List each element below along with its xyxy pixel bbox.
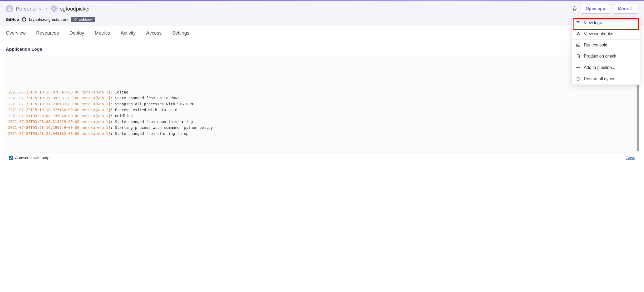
log-timestamp: 2021-07-24T03:28:16.199949+00:00 [8, 125, 79, 130]
app-name: sgfoodpicker [60, 6, 90, 12]
open-app-button[interactable]: Open app [581, 4, 610, 13]
app-header: Personal › zᶻᶻ sgfoodpicker Open app Mor… [0, 1, 644, 26]
menu-label: View logs [584, 20, 602, 25]
log-source: heroku[web.1] [82, 120, 111, 124]
menu-run-console[interactable]: Run console [572, 40, 640, 51]
logs-scrollbar-thumb[interactable] [637, 78, 639, 151]
tab-overview[interactable]: Overview [6, 26, 26, 40]
github-repo-link[interactable]: bryanhce/sgrestaurant [29, 17, 68, 22]
app-hex-icon: zᶻᶻ [50, 4, 58, 13]
page-heading: Application Logs [0, 40, 644, 55]
github-row: GitHub bryanhce/sgrestaurant webhook [6, 17, 638, 22]
log-timestamp: 2021-07-23T15:19:15.876547+00:00 [8, 90, 79, 94]
menu-view-logs[interactable]: View logs [572, 17, 640, 28]
menu-view-webhooks[interactable]: View webhooks [572, 28, 640, 39]
svg-rect-4 [576, 44, 580, 47]
log-message: : Unidling [111, 114, 133, 118]
log-line: 2021-07-23T15:19:15.892081+00:00 heroku[… [8, 95, 636, 101]
menu-restart-dynos[interactable]: Restart all dynos [572, 73, 640, 84]
log-timestamp: 2021-07-24T03:28:24.949382+00:00 [8, 131, 79, 136]
refresh-icon [74, 18, 77, 21]
menu-label: Run console [584, 43, 607, 48]
updown-caret-icon [38, 6, 42, 12]
pipeline-icon [576, 65, 581, 70]
github-label: GitHub [6, 17, 19, 22]
log-message: : Stopping all processes with SIGTERM [111, 102, 193, 106]
logs-footer: Autoscroll with output Save [5, 153, 639, 163]
clipboard-icon [576, 54, 581, 59]
log-message: : Process exited with status 0 [111, 108, 177, 112]
log-line: 2021-07-24T03:28:08.311219+00:00 heroku[… [8, 119, 636, 125]
github-icon [22, 17, 26, 22]
logs-output[interactable]: 2021-07-23T15:19:15.876547+00:00 heroku[… [5, 55, 639, 153]
log-timestamp: 2021-07-24T03:28:08.311219+00:00 [8, 120, 79, 124]
menu-label: Add to pipeline... [584, 65, 615, 70]
team-name: Personal [16, 6, 37, 12]
menu-production-check[interactable]: Production check [572, 51, 640, 62]
logs-container: 2021-07-23T15:19:15.876547+00:00 heroku[… [5, 55, 639, 163]
tab-deploy[interactable]: Deploy [69, 26, 84, 40]
autoscroll-toggle[interactable]: Autoscroll with output [9, 156, 53, 160]
tab-access[interactable]: Access [146, 26, 162, 40]
log-timestamp: 2021-07-23T15:19:15.892081+00:00 [8, 96, 79, 100]
log-message: : State changed from down to starting [111, 120, 193, 124]
log-timestamp: 2021-07-24T03:28:08.195840+00:00 [8, 114, 79, 118]
team-avatar[interactable] [6, 5, 13, 12]
svg-rect-7 [576, 67, 578, 68]
autoscroll-label: Autoscroll with output [15, 156, 53, 160]
updown-caret-icon [629, 7, 633, 11]
menu-label: Restart all dynos [584, 77, 615, 81]
app-tabs: Overview Resources Deploy Metrics Activi… [0, 26, 644, 40]
log-line: 2021-07-23T15:19:17.236132+00:00 heroku[… [8, 101, 636, 107]
logs-panel: 2021-07-23T15:19:15.876547+00:00 heroku[… [5, 55, 639, 163]
log-source: heroku[web.1] [82, 114, 111, 118]
restart-icon [576, 77, 581, 81]
team-switcher[interactable]: Personal [16, 6, 42, 12]
more-button[interactable]: More [613, 4, 638, 13]
log-message: : State changed from starting to up [111, 131, 188, 136]
tab-metrics[interactable]: Metrics [95, 26, 110, 40]
log-source: heroku[web.1] [82, 108, 111, 112]
breadcrumb-row: Personal › zᶻᶻ sgfoodpicker Open app Mor… [6, 4, 638, 13]
tab-resources[interactable]: Resources [36, 26, 59, 40]
log-message: : Idling [111, 90, 128, 94]
more-menu: View logs View webhooks Run console Prod… [571, 17, 640, 85]
webhook-badge[interactable]: webhook [71, 17, 95, 22]
tab-settings[interactable]: Settings [172, 26, 189, 40]
log-line: 2021-07-24T03:28:16.199949+00:00 heroku[… [8, 125, 636, 130]
log-line: 2021-07-24T03:28:08.195840+00:00 heroku[… [8, 113, 636, 119]
autoscroll-checkbox[interactable] [9, 156, 13, 160]
open-app-label: Open app [586, 6, 605, 11]
log-line: 2021-07-23T15:19:15.876547+00:00 heroku[… [8, 89, 636, 95]
favorite-button[interactable] [571, 5, 578, 12]
svg-point-0 [9, 7, 10, 9]
menu-label: Production check [584, 54, 616, 59]
svg-rect-8 [579, 67, 580, 68]
log-source: heroku[web.1] [82, 96, 111, 100]
page-title: Application Logs [6, 47, 638, 52]
save-logs-link[interactable]: Save [626, 156, 635, 160]
logs-lines-icon [576, 20, 581, 25]
log-message: : State changed from up to down [111, 96, 179, 100]
logs-scrollbar[interactable] [636, 78, 639, 151]
menu-label: View webhooks [584, 31, 613, 36]
log-source: heroku[web.1] [82, 125, 111, 130]
log-source: heroku[web.1] [82, 90, 111, 94]
log-timestamp: 2021-07-23T15:19:18.375134+00:00 [8, 108, 79, 112]
webhook-icon [576, 31, 581, 36]
menu-add-to-pipeline[interactable]: Add to pipeline... [572, 62, 640, 73]
terminal-icon [576, 43, 581, 48]
log-line: 2021-07-23T15:19:18.375134+00:00 heroku[… [8, 107, 636, 113]
log-line: 2021-07-24T03:28:24.949382+00:00 heroku[… [8, 131, 636, 136]
log-source: heroku[web.1] [82, 131, 111, 136]
tab-activity[interactable]: Activity [121, 26, 136, 40]
breadcrumb-separator: › [45, 6, 49, 12]
webhook-label: webhook [79, 17, 92, 21]
log-timestamp: 2021-07-23T15:19:17.236132+00:00 [8, 102, 79, 106]
more-label: More [618, 6, 628, 11]
log-source: heroku[web.1] [82, 102, 111, 106]
log-message: : Starting process with command `python … [111, 125, 215, 130]
